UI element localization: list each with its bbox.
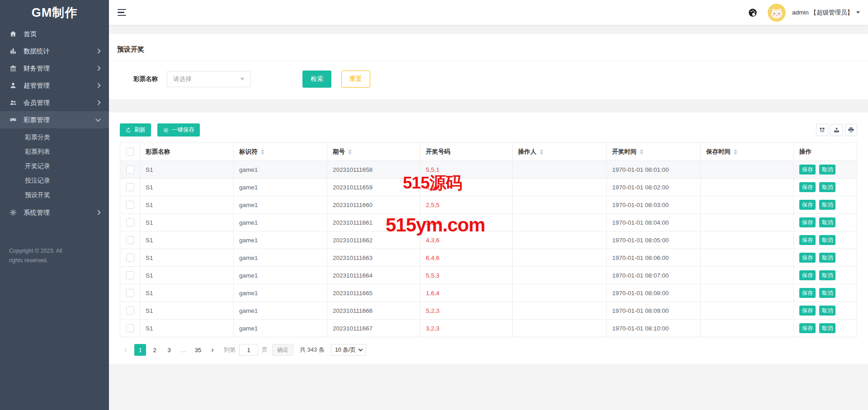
cancel-button[interactable]: 取消 xyxy=(819,200,835,210)
table-row: S1game12023101116602,5,51970-01-01 08:03… xyxy=(120,196,857,214)
select-caret-icon xyxy=(240,78,245,80)
cell-operator xyxy=(513,249,607,267)
row-checkbox[interactable] xyxy=(126,289,134,297)
sidebar-item-lottery[interactable]: 彩票管理 xyxy=(0,111,109,128)
cell-actions: 保存取消 xyxy=(794,284,857,302)
sidebar-subitem-lottery-category[interactable]: 彩票分类 xyxy=(0,130,109,144)
cell-actions: 保存取消 xyxy=(794,214,857,231)
theme-palette-icon[interactable] xyxy=(748,8,758,18)
cell-lottery-name: S1 xyxy=(140,196,234,214)
cancel-button[interactable]: 取消 xyxy=(819,182,835,192)
menu-toggle-icon[interactable] xyxy=(118,9,126,16)
user-name-label: admin 【超级管理员】 xyxy=(792,9,853,17)
print-button[interactable] xyxy=(845,124,857,136)
sidebar-item-label: 彩票管理 xyxy=(24,116,50,124)
col-operator[interactable]: 操作人 xyxy=(513,143,607,161)
bank-icon xyxy=(9,65,17,72)
cell-actions: 保存取消 xyxy=(794,179,857,196)
cancel-button[interactable]: 取消 xyxy=(819,165,835,174)
sidebar-subitem-bet-records[interactable]: 投注记录 xyxy=(0,173,109,188)
export-button[interactable] xyxy=(830,124,843,136)
prev-page-button[interactable]: ‹ xyxy=(120,344,132,356)
row-checkbox[interactable] xyxy=(126,218,134,226)
cell-draw-time: 1970-01-01 08:06:00 xyxy=(607,249,701,267)
page-button-2[interactable]: 2 xyxy=(149,344,160,356)
col-save-time[interactable]: 保存时间 xyxy=(701,143,794,161)
sidebar-subitem-lottery-list[interactable]: 彩票列表 xyxy=(0,144,109,159)
cell-numbers: 3,2,3 xyxy=(420,320,513,337)
page-button-1[interactable]: 1 xyxy=(134,344,146,356)
cell-actions: 保存取消 xyxy=(794,161,857,179)
save-button[interactable]: 保存 xyxy=(799,182,816,192)
row-checkbox[interactable] xyxy=(126,324,134,332)
save-button[interactable]: 保存 xyxy=(799,288,816,298)
sidebar-item-members[interactable]: 会员管理 xyxy=(0,94,109,111)
sidebar-item-home[interactable]: 首页 xyxy=(0,25,109,42)
select-all-checkbox[interactable] xyxy=(126,148,134,156)
save-button[interactable]: 保存 xyxy=(799,235,816,245)
sidebar-subitem-draw-records[interactable]: 开奖记录 xyxy=(0,159,109,173)
save-button[interactable]: 保存 xyxy=(799,165,816,174)
cell-numbers: 6,2,6 xyxy=(420,179,513,196)
goto-page-input[interactable] xyxy=(239,344,258,356)
save-all-button[interactable]: 一键保存 xyxy=(157,123,200,137)
pagination: ‹123...35›到第页确定共 343 条10 条/页 xyxy=(120,337,857,364)
search-button[interactable]: 检索 xyxy=(302,71,331,88)
save-button[interactable]: 保存 xyxy=(799,200,816,210)
cancel-button[interactable]: 取消 xyxy=(819,306,835,316)
cell-identifier: game1 xyxy=(234,179,327,196)
reset-button[interactable]: 重置 xyxy=(341,71,370,88)
columns-filter-button[interactable] xyxy=(816,124,828,136)
row-checkbox[interactable] xyxy=(126,183,134,191)
cancel-button[interactable]: 取消 xyxy=(819,323,835,333)
cancel-button[interactable]: 取消 xyxy=(819,235,835,245)
sidebar-item-label: 会员管理 xyxy=(24,99,50,107)
col-issue-no[interactable]: 期号 xyxy=(327,143,420,161)
main-area: admin 【超级管理员】 预设开奖 彩票名称 请选择 检索 重置 xyxy=(109,0,868,410)
cancel-button[interactable]: 取消 xyxy=(819,217,835,227)
col-draw-time[interactable]: 开奖时间 xyxy=(607,143,701,161)
goto-confirm-button[interactable]: 确定 xyxy=(272,344,293,356)
sidebar-subitem-preset-draw[interactable]: 预设开奖 xyxy=(0,188,109,202)
avatar[interactable] xyxy=(768,4,786,22)
row-checkbox[interactable] xyxy=(126,165,134,174)
cancel-button[interactable]: 取消 xyxy=(819,288,835,298)
row-checkbox[interactable] xyxy=(126,201,134,209)
row-checkbox[interactable] xyxy=(126,254,134,262)
chevron-down-icon xyxy=(95,117,100,122)
home-icon xyxy=(9,30,17,38)
sidebar-item-system[interactable]: 系统管理 xyxy=(0,204,109,221)
user-menu[interactable]: admin 【超级管理员】 xyxy=(792,9,860,17)
cell-lottery-name: S1 xyxy=(140,161,234,179)
sidebar-item-super-admin[interactable]: 超管管理 xyxy=(0,77,109,94)
sidebar-item-finance[interactable]: 财务管理 xyxy=(0,60,109,77)
save-button[interactable]: 保存 xyxy=(799,270,816,280)
page-button-3[interactable]: 3 xyxy=(163,344,175,356)
col-label-operator: 操作人 xyxy=(518,148,537,155)
col-identifier[interactable]: 标识符 xyxy=(234,143,327,161)
cell-save-time xyxy=(701,231,794,249)
refresh-button[interactable]: 刷新 xyxy=(120,123,151,137)
page-title: 预设开奖 xyxy=(109,34,868,61)
page-button-35[interactable]: 35 xyxy=(192,344,204,356)
row-checkbox-cell xyxy=(120,267,140,284)
row-checkbox[interactable] xyxy=(126,306,134,315)
sidebar-item-statistics[interactable]: 数据统计 xyxy=(0,42,109,60)
cancel-button[interactable]: 取消 xyxy=(819,253,835,263)
print-icon xyxy=(848,127,854,133)
cell-actions: 保存取消 xyxy=(794,196,857,214)
cancel-button[interactable]: 取消 xyxy=(819,270,835,280)
cell-actions: 保存取消 xyxy=(794,320,857,337)
save-button[interactable]: 保存 xyxy=(799,323,816,333)
save-button[interactable]: 保存 xyxy=(799,306,816,316)
page-size-select[interactable]: 10 条/页 xyxy=(331,344,366,356)
lottery-select[interactable]: 请选择 xyxy=(167,71,251,87)
cell-lottery-name: S1 xyxy=(140,249,234,267)
save-button[interactable]: 保存 xyxy=(799,217,816,227)
row-checkbox[interactable] xyxy=(126,236,134,244)
row-checkbox[interactable] xyxy=(126,271,134,279)
save-button[interactable]: 保存 xyxy=(799,253,816,263)
user-caret-icon xyxy=(856,11,860,14)
cell-draw-time: 1970-01-01 08:08:00 xyxy=(607,284,701,302)
next-page-button[interactable]: › xyxy=(207,344,218,356)
